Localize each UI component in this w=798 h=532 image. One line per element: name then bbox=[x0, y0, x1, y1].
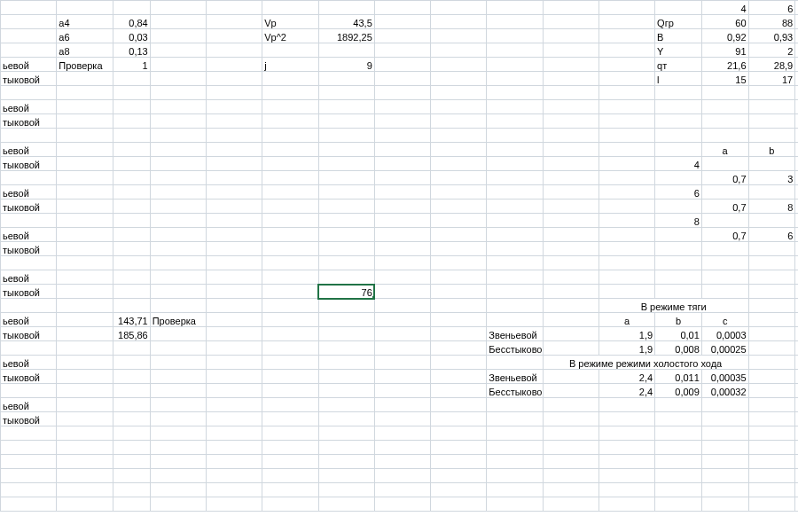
cell-r25-c3[interactable] bbox=[150, 356, 206, 370]
cell-r23-c2[interactable]: 185,86 bbox=[113, 327, 150, 341]
cell-r27-c12[interactable]: 0,009 bbox=[655, 384, 702, 398]
cell-r6-c11[interactable] bbox=[598, 86, 654, 100]
cell-r13-c14[interactable] bbox=[748, 185, 795, 200]
cell-r4-c13[interactable]: 21,6 bbox=[701, 58, 748, 72]
cell-r29-c9[interactable] bbox=[487, 412, 543, 426]
cell-r10-c0[interactable]: ьевой bbox=[1, 143, 57, 157]
cell-r29-c3[interactable] bbox=[150, 412, 206, 426]
cell-r27-c4[interactable] bbox=[206, 384, 262, 398]
cell-r10-c5[interactable] bbox=[262, 143, 318, 157]
cell-r25-c10[interactable]: В режиме режими холостого хода bbox=[543, 356, 748, 370]
cell-r32-c13[interactable] bbox=[701, 455, 748, 469]
cell-r14-c12[interactable] bbox=[655, 200, 702, 214]
cell-r33-c4[interactable] bbox=[206, 469, 262, 483]
cell-r0-c10[interactable] bbox=[543, 1, 598, 15]
cell-r27-c0[interactable] bbox=[1, 384, 57, 398]
cell-r5-c13[interactable]: 15 bbox=[701, 72, 748, 86]
cell-r7-c9[interactable] bbox=[487, 100, 543, 114]
cell-r28-c8[interactable] bbox=[431, 398, 487, 412]
cell-r2-c14[interactable]: 0,93 bbox=[748, 29, 795, 43]
spreadsheet-grid[interactable]: 46a40,84Vp43,5Qгр60881a60,03Vp^21892,25B… bbox=[0, 0, 798, 532]
cell-r35-c5[interactable] bbox=[262, 497, 318, 512]
cell-r13-c9[interactable] bbox=[487, 185, 543, 200]
cell-r34-c4[interactable] bbox=[206, 483, 262, 497]
cell-r21-c0[interactable] bbox=[1, 299, 57, 313]
cell-r30-c10[interactable] bbox=[543, 426, 598, 441]
cell-r26-c10[interactable] bbox=[543, 370, 598, 384]
cell-r27-c7[interactable] bbox=[374, 384, 430, 398]
cell-r35-c12[interactable] bbox=[655, 497, 702, 512]
cell-r5-c8[interactable] bbox=[431, 72, 487, 86]
cell-r10-c11[interactable] bbox=[598, 143, 654, 157]
cell-r16-c6[interactable] bbox=[318, 228, 374, 242]
cell-r0-c13[interactable]: 4 bbox=[701, 1, 748, 15]
cell-r33-c11[interactable] bbox=[598, 469, 654, 483]
cell-r7-c6[interactable] bbox=[318, 100, 374, 114]
cell-r23-c1[interactable] bbox=[57, 327, 113, 341]
cell-r9-c1[interactable] bbox=[57, 129, 113, 143]
cell-r23-c0[interactable]: тыковой bbox=[1, 327, 57, 341]
cell-r21-c6[interactable] bbox=[318, 299, 374, 313]
cell-r10-c9[interactable] bbox=[487, 143, 543, 157]
cell-r26-c5[interactable] bbox=[262, 370, 318, 384]
cell-r6-c13[interactable] bbox=[701, 86, 748, 100]
cell-r31-c5[interactable] bbox=[262, 441, 318, 455]
cell-r11-c6[interactable] bbox=[318, 157, 374, 171]
cell-r18-c11[interactable] bbox=[598, 256, 654, 270]
cell-r35-c4[interactable] bbox=[206, 497, 262, 512]
cell-r8-c14[interactable] bbox=[748, 114, 795, 129]
cell-r18-c12[interactable] bbox=[655, 256, 702, 270]
cell-r13-c3[interactable] bbox=[150, 185, 206, 200]
cell-r7-c13[interactable] bbox=[701, 100, 748, 114]
cell-r13-c11[interactable] bbox=[598, 185, 654, 200]
cell-r14-c9[interactable] bbox=[487, 200, 543, 214]
cell-r17-c4[interactable] bbox=[206, 242, 262, 256]
cell-r20-c1[interactable] bbox=[57, 285, 113, 299]
cell-r3-c11[interactable] bbox=[598, 43, 654, 58]
cell-r3-c2[interactable]: 0,13 bbox=[113, 43, 150, 58]
cell-r22-c6[interactable] bbox=[318, 313, 374, 327]
cell-r35-c14[interactable] bbox=[748, 497, 795, 512]
cell-r16-c3[interactable] bbox=[150, 228, 206, 242]
cell-r14-c4[interactable] bbox=[206, 200, 262, 214]
cell-r24-c11[interactable]: 1,9 bbox=[598, 341, 654, 356]
cell-r28-c1[interactable] bbox=[57, 398, 113, 412]
cell-r24-c6[interactable] bbox=[318, 341, 374, 356]
cell-r3-c12[interactable]: Y bbox=[655, 43, 702, 58]
cell-r2-c2[interactable]: 0,03 bbox=[113, 29, 150, 43]
cell-r30-c12[interactable] bbox=[655, 426, 702, 441]
cell-r8-c12[interactable] bbox=[655, 114, 702, 129]
cell-r1-c7[interactable] bbox=[374, 15, 430, 29]
cell-r12-c7[interactable] bbox=[374, 171, 430, 185]
cell-r1-c0[interactable] bbox=[1, 15, 57, 29]
cell-r30-c4[interactable] bbox=[206, 426, 262, 441]
cell-r10-c6[interactable] bbox=[318, 143, 374, 157]
cell-r29-c5[interactable] bbox=[262, 412, 318, 426]
cell-r14-c2[interactable] bbox=[113, 200, 150, 214]
cell-r6-c3[interactable] bbox=[150, 86, 206, 100]
cell-r1-c4[interactable] bbox=[206, 15, 262, 29]
cell-r29-c14[interactable] bbox=[748, 412, 795, 426]
cell-r35-c6[interactable] bbox=[318, 497, 374, 512]
cell-r26-c4[interactable] bbox=[206, 370, 262, 384]
cell-r5-c9[interactable] bbox=[487, 72, 543, 86]
cell-r28-c14[interactable] bbox=[748, 398, 795, 412]
cell-r22-c8[interactable] bbox=[431, 313, 487, 327]
cell-r3-c10[interactable] bbox=[543, 43, 598, 58]
cell-r22-c14[interactable] bbox=[748, 313, 795, 327]
cell-r33-c13[interactable] bbox=[701, 469, 748, 483]
cell-r26-c7[interactable] bbox=[374, 370, 430, 384]
cell-r24-c0[interactable] bbox=[1, 341, 57, 356]
cell-r7-c1[interactable] bbox=[57, 100, 113, 114]
cell-r28-c0[interactable]: ьевой bbox=[1, 398, 57, 412]
cell-r8-c7[interactable] bbox=[374, 114, 430, 129]
cell-r9-c2[interactable] bbox=[113, 129, 150, 143]
cell-r2-c6[interactable]: 1892,25 bbox=[318, 29, 374, 43]
cell-r19-c5[interactable] bbox=[262, 270, 318, 285]
cell-r23-c4[interactable] bbox=[206, 327, 262, 341]
cell-r11-c1[interactable] bbox=[57, 157, 113, 171]
cell-r6-c12[interactable] bbox=[655, 86, 702, 100]
cell-r1-c11[interactable] bbox=[598, 15, 654, 29]
cell-r0-c2[interactable] bbox=[113, 1, 150, 15]
cell-r4-c3[interactable] bbox=[150, 58, 206, 72]
